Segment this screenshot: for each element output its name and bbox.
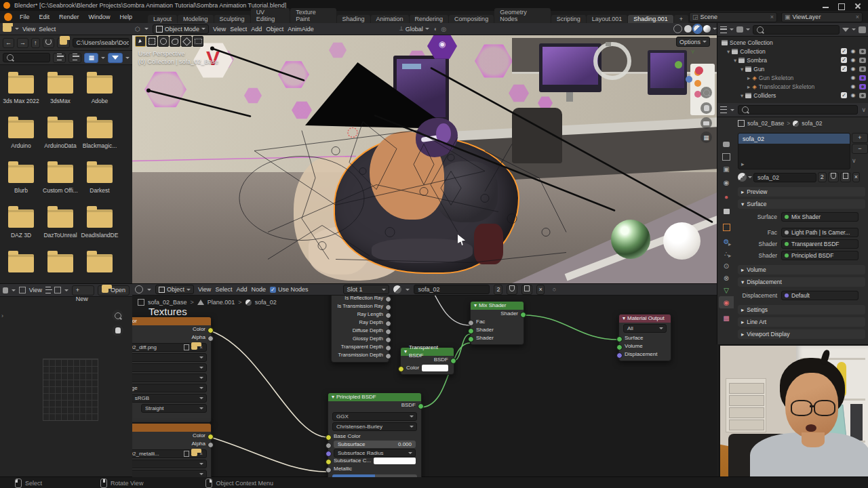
folder-item[interactable]: Custom Offi...	[41, 165, 80, 194]
expand-icon[interactable]: ▾	[741, 66, 743, 73]
output-socket[interactable]	[385, 329, 391, 335]
tab-scene-icon[interactable]: ◉	[719, 176, 734, 188]
viewport-3d[interactable]: ⬡ Object Mode View Select Add Object Ani…	[132, 23, 717, 283]
material-type-icon[interactable]	[393, 285, 401, 293]
tab-collection-icon[interactable]	[719, 205, 734, 218]
image-name-field[interactable]: sofa_02_metalli...×	[132, 449, 207, 458]
subsurface-color-swatch[interactable]	[374, 458, 416, 464]
interpolation-dropdown[interactable]: ar	[132, 353, 207, 362]
display-thumbnail-button[interactable]: ▦	[84, 53, 98, 63]
viewport-menu-select[interactable]: Select	[230, 26, 247, 33]
tab-render-icon[interactable]	[719, 138, 734, 150]
shader-unlink-icon[interactable]: ×	[536, 285, 544, 295]
nav-back-button[interactable]: ←	[3, 38, 14, 48]
color-input-socket[interactable]	[398, 366, 404, 372]
options-dropdown[interactable]: Options	[676, 37, 710, 47]
folder-item[interactable]: Arduino	[1, 120, 41, 149]
viewlayer-unlink-icon[interactable]: ×	[856, 14, 859, 20]
shader-fake-user-icon[interactable]	[507, 285, 517, 295]
alpha-mode-dropdown[interactable]: Straight	[141, 404, 207, 413]
tool-select-circle-icon[interactable]	[158, 36, 169, 47]
mode-dropdown[interactable]: Object Mode	[153, 24, 209, 34]
material-type-icon[interactable]	[738, 173, 747, 182]
nav-refresh-button[interactable]	[43, 38, 54, 48]
workspace-tab-shading-001[interactable]: Shading.001	[628, 15, 673, 23]
viewport-menu-add[interactable]: Add	[251, 26, 262, 33]
viewport-menu-view[interactable]: View	[213, 26, 226, 33]
workspace-tab-rendering[interactable]: Rendering	[410, 15, 449, 23]
bsdf-output-socket[interactable]	[450, 358, 456, 364]
maximize-icon[interactable]	[838, 3, 845, 10]
use-nodes-checkbox[interactable]: ✓ Use Nodes	[270, 286, 309, 293]
alpha-output-socket[interactable]	[208, 442, 214, 448]
image-editor-menus-icon[interactable]	[45, 287, 51, 293]
workspace-tab-shading[interactable]: Shading	[337, 15, 370, 23]
exclude-checkbox[interactable]: ✓	[841, 48, 847, 54]
shader-menu-add[interactable]: Add	[236, 286, 247, 293]
base-color-input-socket[interactable]	[326, 434, 332, 441]
panel-settings[interactable]: ▸Settings	[738, 305, 865, 314]
tab-modifiers-icon[interactable]: ⚙	[719, 235, 734, 247]
displacement-input-socket[interactable]	[616, 352, 623, 359]
shader-material-users[interactable]: 2	[494, 285, 502, 295]
panel-line-art[interactable]: ▸Line Art	[738, 317, 865, 327]
nav-up-button[interactable]: ↑	[31, 38, 40, 48]
source-dropdown[interactable]: le Image	[132, 384, 207, 392]
color-output-socket[interactable]	[208, 434, 214, 440]
tab-output-icon[interactable]	[719, 150, 734, 163]
output-socket[interactable]	[385, 296, 391, 302]
workspace-tab-geometry-nodes[interactable]: Geometry Nodes	[494, 8, 550, 23]
output-socket[interactable]	[385, 353, 391, 359]
tool-cursor-icon[interactable]	[181, 36, 192, 47]
workspace-tab-layout[interactable]: Layout	[148, 15, 177, 23]
folder-item[interactable]: Blurb	[1, 165, 41, 194]
shader1-input-socket[interactable]	[468, 328, 474, 334]
tab-particles-icon[interactable]: ∴	[719, 247, 734, 260]
shading-material-icon[interactable]	[694, 25, 701, 33]
camera-view-gizmo[interactable]	[701, 117, 712, 129]
slot-dropdown[interactable]: Slot 1	[343, 285, 389, 294]
projection-dropdown[interactable]	[132, 363, 207, 372]
folder-item[interactable]: DazToUnreal	[41, 209, 80, 239]
exclude-checkbox[interactable]: ✓	[841, 57, 847, 63]
hide-eye-icon[interactable]: ◉	[850, 48, 856, 54]
menu-window[interactable]: Window	[84, 14, 115, 20]
tab-viewlayer-icon[interactable]: ▣	[719, 163, 734, 175]
viewport-menu-animaide[interactable]: AnimAide	[288, 26, 314, 33]
output-socket[interactable]	[385, 337, 391, 343]
color-output-socket[interactable]	[208, 327, 214, 333]
shader-menu-view[interactable]: View	[198, 286, 211, 293]
scene-selector[interactable]: ◲Scene ×	[689, 12, 777, 22]
workspace-tab-layout-001[interactable]: Layout.001	[587, 15, 628, 23]
specular-slider[interactable]	[332, 474, 417, 477]
projection-dropdown[interactable]	[132, 470, 207, 477]
shader2-value[interactable]: Principled BSDF	[781, 251, 859, 260]
expand-icon[interactable]: ▾	[734, 57, 736, 64]
fake-user-shield-icon[interactable]	[828, 172, 839, 182]
image-pan-gizmo[interactable]	[112, 325, 123, 336]
tab-texture-icon[interactable]: ▩	[719, 312, 734, 324]
exclude-checkbox[interactable]: ✓	[841, 92, 847, 98]
folder-item[interactable]: Darkest	[80, 165, 119, 194]
folder-item[interactable]: Blackmagic...	[80, 120, 119, 149]
new-material-copy-icon[interactable]	[840, 172, 851, 182]
material-name-field[interactable]: sofa_02	[753, 173, 816, 182]
panel-pull-tab[interactable]: ›	[1, 312, 3, 319]
workspace-tab-add[interactable]: +	[674, 15, 688, 23]
hide-eye-icon[interactable]: ◉	[850, 83, 856, 89]
expand-icon[interactable]: ▸	[747, 75, 750, 81]
nav-forward-button[interactable]: →	[17, 38, 28, 48]
shading-dropdown[interactable]	[713, 28, 717, 30]
menu-edit[interactable]: Edit	[34, 14, 54, 20]
menu-help[interactable]: Help	[115, 14, 138, 20]
file-browser-type-icon[interactable]	[3, 26, 12, 32]
tab-object-icon[interactable]	[719, 221, 734, 233]
panel-volume[interactable]: ▸Volume	[738, 265, 865, 274]
blender-menu-icon[interactable]	[4, 13, 12, 21]
minimize-icon[interactable]	[823, 7, 829, 8]
hide-eye-icon[interactable]: ◉	[850, 57, 856, 63]
properties-options-icon[interactable]: ∨	[861, 106, 866, 113]
tab-physics-icon[interactable]: ⊙	[719, 260, 734, 272]
colorspace-dropdown[interactable]: sRGB	[132, 394, 207, 403]
orientation-dropdown[interactable]: ⟂Global	[399, 25, 429, 33]
